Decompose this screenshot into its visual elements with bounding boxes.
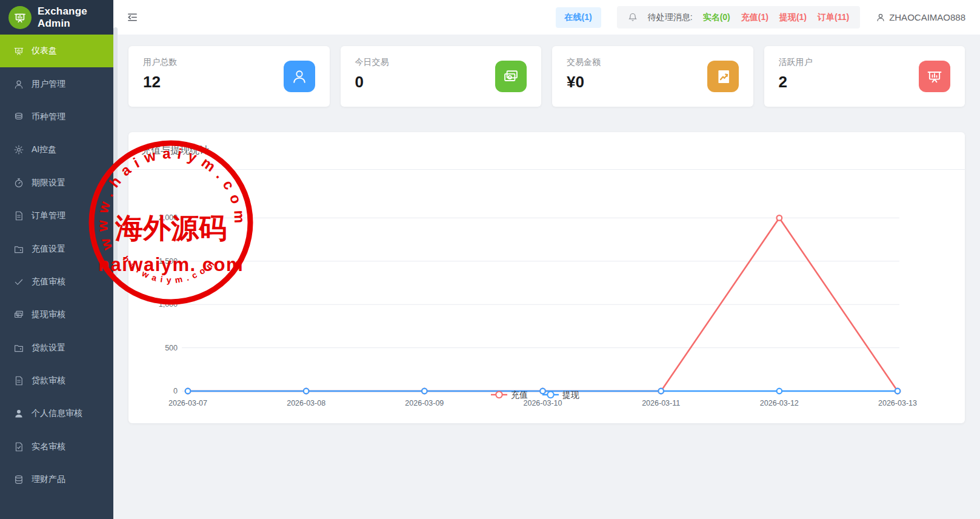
user-icon — [291, 68, 308, 85]
stat-icon-box — [919, 61, 950, 92]
pending-badges: 实名(0)充值(1)提现(1)订单(11) — [703, 12, 850, 23]
sidebar-item-7[interactable]: 充值设置 — [0, 232, 113, 265]
sidebar-item-label: AI控盘 — [32, 144, 56, 155]
username: ZHAOCAIMAO888 — [889, 12, 965, 22]
check-icon — [13, 276, 24, 287]
sidebar-menu: 仪表盘用户管理币种管理AI控盘期限设置订单管理充值设置充值审核提现审核贷款设置贷… — [0, 35, 113, 496]
dashboard-icon — [13, 45, 24, 56]
user-icon — [876, 13, 885, 22]
sidebar-item-label: 仪表盘 — [32, 45, 57, 56]
sidebar-item-9[interactable]: 提现审核 — [0, 298, 113, 331]
stat-card-4: 活跃用户2 — [764, 46, 965, 107]
online-badge[interactable]: 在线(1) — [556, 7, 601, 28]
sidebar-scrollbar[interactable] — [113, 27, 118, 276]
sidebar-item-10[interactable]: 贷款设置 — [0, 332, 113, 364]
pending-badge-4[interactable]: 订单(11) — [818, 12, 849, 23]
svg-text:2026-03-09: 2026-03-09 — [405, 399, 444, 407]
svg-text:2026-03-13: 2026-03-13 — [878, 399, 917, 407]
sidebar-item-label: 贷款设置 — [32, 343, 65, 353]
gear-icon — [13, 144, 24, 155]
app-logo-icon — [8, 6, 32, 29]
pending-badge-2[interactable]: 充值(1) — [741, 12, 768, 23]
document-icon — [13, 210, 24, 221]
user-menu[interactable]: ZHAOCAIMAO888 — [876, 12, 965, 22]
bell-icon — [628, 12, 638, 22]
money-icon — [502, 68, 519, 85]
sidebar-item-label: 期限设置 — [32, 178, 65, 189]
legend-item[interactable]: 提现 — [562, 390, 579, 400]
sidebar-item-13[interactable]: 实名审核 — [0, 430, 113, 463]
sidebar-item-label: 充值审核 — [32, 276, 65, 287]
svg-text:2026-03-10: 2026-03-10 — [524, 399, 562, 407]
person-filled-icon — [13, 408, 24, 419]
database-icon — [13, 474, 24, 485]
stats-row: 用户总数12今日交易0交易金额¥0活跃用户2 — [128, 46, 965, 107]
svg-text:2026-03-07: 2026-03-07 — [168, 399, 207, 407]
user-icon — [13, 79, 24, 90]
pending-messages-label: 待处理消息: — [648, 12, 693, 23]
chart-title: 充值与提现统计 — [128, 132, 965, 170]
legend-item[interactable]: 充值 — [511, 390, 528, 400]
svg-text:2026-03-11: 2026-03-11 — [642, 399, 680, 407]
sidebar-item-label: 提现审核 — [32, 309, 65, 320]
pending-messages-bar: 待处理消息: 实名(0)充值(1)提现(1)订单(11) — [617, 6, 860, 28]
svg-text:1,000: 1,000 — [159, 300, 178, 309]
sidebar-item-label: 实名审核 — [32, 441, 65, 452]
pending-badge-1[interactable]: 实名(0) — [703, 12, 730, 23]
sidebar-item-1[interactable]: 仪表盘 — [0, 35, 113, 67]
sidebar-item-3[interactable]: 币种管理 — [0, 101, 113, 133]
svg-text:2026-03-08: 2026-03-08 — [287, 399, 325, 407]
pending-badge-3[interactable]: 提现(1) — [779, 12, 807, 23]
svg-text:1,500: 1,500 — [159, 257, 178, 266]
sidebar-item-label: 个人信息审核 — [32, 408, 82, 419]
app-logo-bar: Exchange Admin — [0, 0, 113, 35]
stat-card-3: 交易金额¥0 — [552, 46, 753, 107]
sidebar-item-6[interactable]: 订单管理 — [0, 199, 113, 232]
board-icon — [926, 68, 943, 85]
trend-icon — [715, 68, 732, 85]
stat-icon-box — [707, 61, 739, 92]
sidebar-item-label: 订单管理 — [32, 210, 65, 221]
document-check-icon — [13, 441, 24, 452]
svg-text:2,000: 2,000 — [159, 213, 178, 222]
sidebar-item-8[interactable]: 充值审核 — [0, 266, 113, 298]
svg-text:500: 500 — [165, 344, 178, 352]
coins-icon — [13, 112, 24, 122]
app-title: Exchange Admin — [38, 5, 113, 30]
sidebar-item-4[interactable]: AI控盘 — [0, 133, 113, 166]
sidebar-item-5[interactable]: 期限设置 — [0, 167, 113, 199]
sidebar-item-label: 贷款审核 — [32, 375, 65, 386]
sidebar: Exchange Admin 仪表盘用户管理币种管理AI控盘期限设置订单管理充值… — [0, 0, 113, 519]
document-icon — [13, 375, 24, 386]
sidebar-item-label: 充值设置 — [32, 244, 65, 255]
sidebar-item-14[interactable]: 理财产品 — [0, 463, 113, 496]
sidebar-item-2[interactable]: 用户管理 — [0, 67, 113, 100]
svg-text:2026-03-12: 2026-03-12 — [760, 399, 799, 407]
svg-text:0: 0 — [173, 387, 178, 395]
stat-card-1: 用户总数12 — [128, 46, 330, 107]
timer-icon — [13, 178, 24, 189]
sidebar-item-label: 币种管理 — [32, 112, 65, 122]
sidebar-item-12[interactable]: 个人信息审核 — [0, 397, 113, 430]
top-header: 在线(1) 待处理消息: 实名(0)充值(1)提现(1)订单(11) ZHAOC… — [113, 0, 980, 35]
recharge-withdraw-chart: 05001,0001,5002,0002026-03-072026-03-082… — [128, 170, 936, 423]
folder-icon — [13, 244, 24, 255]
sidebar-item-label: 用户管理 — [32, 79, 65, 90]
stat-icon-box — [284, 61, 315, 92]
main-content: 用户总数12今日交易0交易金额¥0活跃用户2 充值与提现统计 05001,000… — [113, 35, 980, 519]
folder-icon — [13, 343, 24, 353]
stat-icon-box — [495, 61, 527, 92]
sidebar-item-11[interactable]: 贷款审核 — [0, 364, 113, 397]
banknote-icon — [13, 309, 24, 320]
sidebar-item-label: 理财产品 — [32, 474, 65, 485]
stat-card-2: 今日交易0 — [341, 46, 542, 107]
sidebar-fold-icon[interactable] — [127, 12, 138, 23]
chart-card: 充值与提现统计 05001,0001,5002,0002026-03-07202… — [128, 132, 965, 423]
